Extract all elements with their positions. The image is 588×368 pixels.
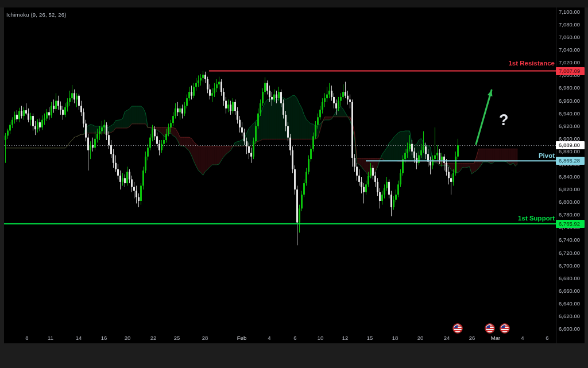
- footer-bar: TradingView: [0, 343, 588, 368]
- time-tick: Feb: [229, 335, 254, 341]
- indicator-legend[interactable]: Ichimoku (9, 26, 52, 26): [6, 11, 67, 18]
- time-tick: 20: [408, 335, 433, 341]
- support-label[interactable]: 1st Support: [518, 215, 555, 222]
- price-tick: 6,620.00: [546, 313, 580, 320]
- us-flag-icon[interactable]: [500, 323, 510, 334]
- time-tick: 10: [308, 335, 333, 341]
- price-tick: 7,060.00: [546, 34, 580, 41]
- resistance-label[interactable]: 1st Resistance: [508, 60, 555, 67]
- time-tick: Mar: [483, 335, 508, 341]
- time-tick: 25: [164, 335, 189, 341]
- price-tick: 6,700.00: [546, 262, 580, 269]
- resistance-price-tag[interactable]: 7,007.09: [556, 67, 585, 75]
- time-tick: 18: [382, 335, 408, 341]
- tradingview-snapshot: ICmarkets created with TradingView.com, …: [0, 0, 588, 368]
- time-tick: 14: [66, 335, 91, 341]
- price-tick: 6,940.00: [546, 110, 580, 117]
- time-tick: 12: [332, 335, 358, 341]
- question-mark-annotation[interactable]: ?: [499, 111, 509, 129]
- price-tick: 6,740.00: [546, 237, 580, 243]
- time-tick: 22: [141, 335, 166, 341]
- price-tick: 6,820.00: [546, 186, 580, 193]
- price-tick: 6,800.00: [546, 199, 580, 206]
- time-tick: 6: [535, 335, 560, 341]
- time-tick: 26: [459, 335, 485, 341]
- time-tick: 24: [434, 335, 459, 341]
- price-tick: 6,660.00: [546, 288, 580, 295]
- time-tick: 8: [14, 335, 40, 341]
- time-tick: 11: [38, 335, 63, 341]
- time-tick: 28: [192, 335, 218, 341]
- us-flag-icon[interactable]: [485, 323, 495, 334]
- price-tick: 6,840.00: [546, 173, 580, 180]
- price-tick: 6,920.00: [546, 123, 580, 130]
- price-tick: 6,720.00: [546, 250, 580, 257]
- pivot-label[interactable]: Pivot: [539, 152, 555, 159]
- time-tick: 4: [257, 335, 282, 341]
- price-tick: 6,640.00: [546, 300, 580, 307]
- price-tick: 7,100.00: [546, 9, 580, 16]
- time-tick: 15: [357, 335, 382, 341]
- price-tick: 6,680.00: [546, 275, 580, 282]
- support-price-tag[interactable]: 6,765.92: [556, 220, 585, 228]
- time-tick: 20: [115, 335, 140, 341]
- current-price-tag[interactable]: 6,889.80: [556, 141, 585, 149]
- price-tick: 6,600.00: [546, 326, 580, 332]
- pivot-price-tag[interactable]: 6,865.28: [556, 157, 585, 165]
- time-tick: 6: [283, 335, 308, 341]
- time-tick: 16: [91, 335, 117, 341]
- candlestick-chart[interactable]: [0, 0, 588, 368]
- price-tick: 7,040.00: [546, 47, 580, 53]
- price-tick: 6,960.00: [546, 98, 580, 104]
- time-tick: 4: [510, 335, 535, 341]
- us-flag-icon[interactable]: [452, 323, 463, 334]
- price-tick: 6,980.00: [546, 84, 580, 91]
- price-tick: 7,080.00: [546, 21, 580, 28]
